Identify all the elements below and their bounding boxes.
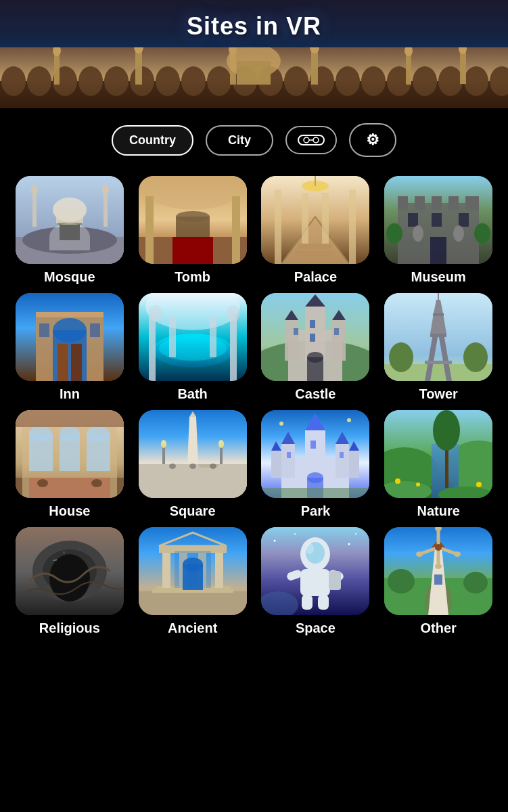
svg-rect-35 (237, 61, 271, 85)
svg-rect-127 (425, 361, 452, 364)
svg-point-123 (389, 342, 413, 372)
svg-rect-219 (302, 595, 313, 610)
grid-item-castle[interactable]: Castle (258, 293, 373, 402)
nature-label: Nature (417, 503, 459, 519)
grid-item-space[interactable]: Space (258, 527, 373, 636)
square-label: Square (170, 503, 216, 519)
grid-item-inn[interactable]: Inn (12, 293, 127, 402)
svg-point-188 (416, 482, 420, 487)
svg-rect-47 (32, 189, 37, 227)
svg-rect-56 (232, 196, 240, 264)
svg-point-156 (210, 464, 216, 469)
svg-rect-102 (169, 317, 176, 357)
grid-item-religious[interactable]: ﺻ ٣ Religious (12, 527, 127, 636)
svg-rect-117 (294, 328, 298, 335)
park-label: Park (301, 503, 330, 519)
svg-point-9 (181, 66, 206, 96)
svg-rect-76 (432, 196, 442, 210)
svg-point-187 (395, 478, 400, 484)
grid-item-ancient[interactable]: Ancient (135, 527, 250, 636)
svg-rect-132 (438, 293, 439, 300)
svg-rect-43 (60, 223, 80, 240)
grid-item-bath[interactable]: Bath (135, 293, 250, 402)
svg-rect-216 (300, 569, 330, 596)
grid-item-tower[interactable]: Tower (381, 293, 496, 402)
grid-item-other[interactable]: Other (381, 527, 496, 636)
svg-rect-111 (285, 320, 298, 361)
thumb-square (139, 410, 247, 498)
svg-point-222 (306, 543, 314, 554)
gear-icon: ⚙ (366, 131, 379, 149)
svg-point-18 (413, 66, 437, 96)
svg-point-239 (388, 569, 415, 593)
svg-point-155 (169, 464, 176, 469)
svg-point-3 (27, 66, 51, 96)
svg-rect-118 (334, 328, 339, 335)
svg-point-37 (304, 137, 309, 143)
svg-point-234 (454, 551, 461, 557)
tomb-label: Tomb (175, 269, 210, 285)
thumb-other (384, 527, 492, 615)
thumb-inn (16, 293, 124, 381)
inn-label: Inn (60, 386, 80, 402)
svg-rect-78 (465, 196, 479, 210)
grid-item-museum[interactable]: Museum (381, 176, 496, 285)
svg-rect-70 (302, 193, 308, 244)
vr-icon (298, 134, 325, 146)
country-button[interactable]: Country (112, 125, 193, 156)
grid-item-park[interactable]: Park (258, 410, 373, 519)
svg-point-212 (348, 543, 350, 545)
svg-rect-175 (340, 452, 344, 458)
svg-point-160 (347, 418, 351, 422)
tower-label: Tower (419, 386, 457, 402)
svg-point-177 (307, 472, 323, 483)
grid-item-square[interactable]: Square (135, 410, 250, 519)
svg-point-86 (474, 223, 490, 244)
grid-item-house[interactable]: House (12, 410, 127, 519)
svg-rect-116 (310, 334, 315, 342)
svg-rect-93 (39, 323, 49, 337)
svg-point-240 (463, 572, 488, 593)
grid-item-mosque[interactable]: Mosque (12, 176, 127, 285)
svg-rect-75 (415, 196, 425, 210)
svg-rect-49 (103, 189, 108, 227)
thumb-ancient (139, 527, 247, 615)
svg-point-142 (87, 426, 110, 442)
svg-point-8 (156, 66, 180, 96)
svg-point-38 (313, 137, 319, 143)
svg-rect-147 (139, 464, 247, 498)
svg-rect-197 (139, 591, 247, 615)
nav-bar: Country City ⚙ (0, 108, 508, 169)
svg-rect-74 (398, 196, 408, 210)
grid-item-palace[interactable]: Palace (258, 176, 373, 285)
svg-point-184 (433, 410, 460, 451)
svg-rect-66 (295, 250, 336, 256)
svg-point-58 (176, 211, 210, 222)
thumb-tomb (139, 176, 247, 264)
svg-point-83 (413, 225, 423, 242)
thumb-bath (139, 293, 247, 381)
house-label: House (49, 503, 90, 519)
grid-item-nature[interactable]: Nature (381, 410, 496, 519)
svg-rect-65 (298, 244, 332, 249)
svg-point-211 (294, 533, 296, 535)
svg-rect-221 (329, 571, 341, 590)
grid-item-tomb[interactable]: Tomb (135, 176, 250, 285)
thumb-museum (384, 176, 492, 264)
svg-point-140 (60, 426, 80, 442)
svg-rect-69 (349, 189, 356, 264)
svg-rect-92 (71, 344, 82, 381)
svg-rect-145 (16, 410, 124, 427)
svg-rect-169 (271, 451, 281, 478)
svg-point-16 (361, 66, 386, 96)
settings-button[interactable]: ⚙ (349, 123, 396, 157)
city-button[interactable]: City (206, 125, 273, 156)
vr-button[interactable] (285, 126, 337, 154)
svg-rect-46 (56, 210, 83, 223)
svg-rect-103 (210, 317, 216, 357)
thumb-park (261, 410, 369, 498)
svg-rect-101 (230, 313, 237, 381)
category-grid: Mosque (0, 169, 508, 650)
svg-point-138 (29, 426, 52, 442)
svg-point-15 (336, 66, 360, 96)
